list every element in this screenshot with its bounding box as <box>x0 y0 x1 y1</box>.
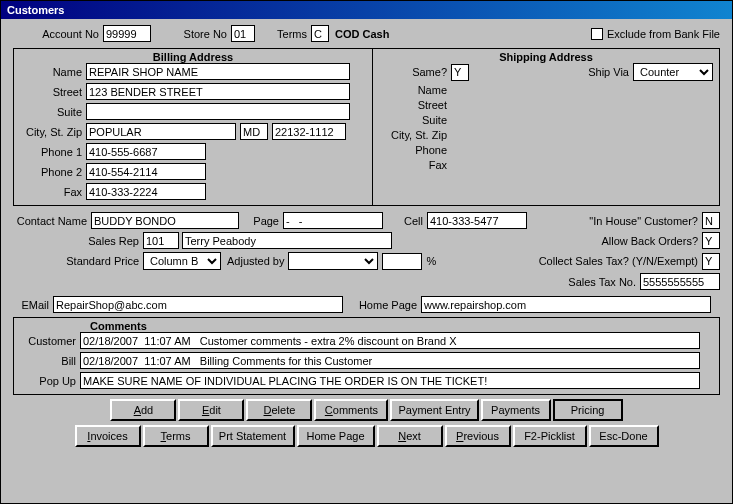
esc-done-button[interactable]: Esc-Done <box>589 425 659 447</box>
store-no-input[interactable] <box>231 25 255 42</box>
stdprice-select[interactable]: Column B <box>143 252 221 270</box>
email-label: EMail <box>13 299 53 311</box>
homepage-input[interactable] <box>421 296 711 313</box>
billing-csz-label: City, St. Zip <box>20 126 86 138</box>
page-label: Page <box>239 215 283 227</box>
salesrep-no-input[interactable] <box>143 232 179 249</box>
billing-fax-label: Fax <box>20 186 86 198</box>
shipping-same-input[interactable] <box>451 64 469 81</box>
billing-phone1-label: Phone 1 <box>20 146 86 158</box>
shipping-fax-label: Fax <box>379 159 451 171</box>
invoices-button[interactable]: Invoices <box>75 425 141 447</box>
inhouse-input[interactable] <box>702 212 720 229</box>
contact-name-input[interactable] <box>91 212 239 229</box>
billing-street-input[interactable] <box>86 83 350 100</box>
email-input[interactable] <box>53 296 343 313</box>
shipping-title: Shipping Address <box>379 51 713 63</box>
billing-phone2-label: Phone 2 <box>20 166 86 178</box>
shipping-suite-label: Suite <box>379 114 451 126</box>
shipping-same-label: Same? <box>379 66 451 78</box>
comments-popup-input[interactable] <box>80 372 700 389</box>
exclude-checkbox[interactable] <box>591 28 603 40</box>
billing-phone1-input[interactable] <box>86 143 206 160</box>
comments-popup-label: Pop Up <box>20 375 80 387</box>
exclude-label: Exclude from Bank File <box>607 28 720 40</box>
comments-customer-label: Customer <box>20 335 80 347</box>
shipvia-label: Ship Via <box>588 66 633 78</box>
allow-backorders-input[interactable] <box>702 232 720 249</box>
billing-name-label: Name <box>20 66 86 78</box>
payments-button[interactable]: Payments <box>481 399 551 421</box>
adjby-label: Adjusted by <box>221 255 288 267</box>
billing-fax-input[interactable] <box>86 183 206 200</box>
header-row: Account No Store No Terms COD Cash Exclu… <box>13 25 720 42</box>
f2-picklist-button[interactable]: F2-Picklist <box>513 425 587 447</box>
previous-button[interactable]: Previous <box>445 425 511 447</box>
salesrep-name-input[interactable] <box>182 232 392 249</box>
billing-address-group: Billing Address Name Street Suite City, … <box>13 48 373 206</box>
terms-desc: COD Cash <box>329 28 389 40</box>
billing-street-label: Street <box>20 86 86 98</box>
page-input[interactable] <box>283 212 383 229</box>
salestaxno-label: Sales Tax No. <box>568 276 640 288</box>
add-button[interactable]: Add <box>110 399 176 421</box>
salestaxno-input[interactable] <box>640 273 720 290</box>
inhouse-label: "In House" Customer? <box>589 215 702 227</box>
billing-zip-input[interactable] <box>272 123 346 140</box>
button-row-2: Invoices Terms Prt Statement Home Page N… <box>13 425 720 447</box>
billing-suite-input[interactable] <box>86 103 350 120</box>
prt-statement-button[interactable]: Prt Statement <box>211 425 295 447</box>
collect-tax-label: Collect Sales Tax? (Y/N/Exempt) <box>539 255 702 267</box>
salesrep-label: Sales Rep <box>13 235 143 247</box>
billing-phone2-input[interactable] <box>86 163 206 180</box>
shipvia-select[interactable]: Counter <box>633 63 713 81</box>
collect-tax-input[interactable] <box>702 253 720 270</box>
adjpct-input[interactable] <box>382 253 422 270</box>
edit-button[interactable]: Edit <box>178 399 244 421</box>
title-bar: Customers <box>1 1 732 19</box>
comments-title: Comments <box>20 320 713 332</box>
terms-label: Terms <box>255 28 311 40</box>
comments-customer-input[interactable] <box>80 332 700 349</box>
comments-bill-label: Bill <box>20 355 80 367</box>
billing-name-input[interactable] <box>86 63 350 80</box>
billing-state-input[interactable] <box>240 123 268 140</box>
account-no-label: Account No <box>13 28 103 40</box>
next-button[interactable]: Next <box>377 425 443 447</box>
billing-suite-label: Suite <box>20 106 86 118</box>
shipping-street-label: Street <box>379 99 451 111</box>
store-no-label: Store No <box>151 28 231 40</box>
cell-label: Cell <box>383 215 427 227</box>
stdprice-label: Standard Price <box>13 255 143 267</box>
shipping-csz-label: City, St. Zip <box>379 129 451 141</box>
comments-button[interactable]: Comments <box>314 399 388 421</box>
shipping-name-label: Name <box>379 84 451 96</box>
button-row-1: Add Edit Delete Comments Payment Entry P… <box>13 399 720 421</box>
homepage-label: Home Page <box>343 299 421 311</box>
contact-name-label: Contact Name <box>13 215 91 227</box>
pricing-button[interactable]: Pricing <box>553 399 623 421</box>
terms-button[interactable]: Terms <box>143 425 209 447</box>
billing-city-input[interactable] <box>86 123 236 140</box>
cell-input[interactable] <box>427 212 527 229</box>
pct-label: % <box>422 255 436 267</box>
shipping-address-group: Shipping Address Same? Ship Via Counter … <box>373 48 720 206</box>
comments-group: Comments Customer Bill Pop Up <box>13 317 720 395</box>
terms-code-input[interactable] <box>311 25 329 42</box>
billing-title: Billing Address <box>20 51 366 63</box>
delete-button[interactable]: Delete <box>246 399 312 421</box>
comments-bill-input[interactable] <box>80 352 700 369</box>
payment-entry-button[interactable]: Payment Entry <box>390 399 478 421</box>
adjby-select[interactable] <box>288 252 378 270</box>
account-no-input[interactable] <box>103 25 151 42</box>
home-page-button[interactable]: Home Page <box>297 425 375 447</box>
allow-backorders-label: Allow Back Orders? <box>601 235 702 247</box>
shipping-phone-label: Phone <box>379 144 451 156</box>
